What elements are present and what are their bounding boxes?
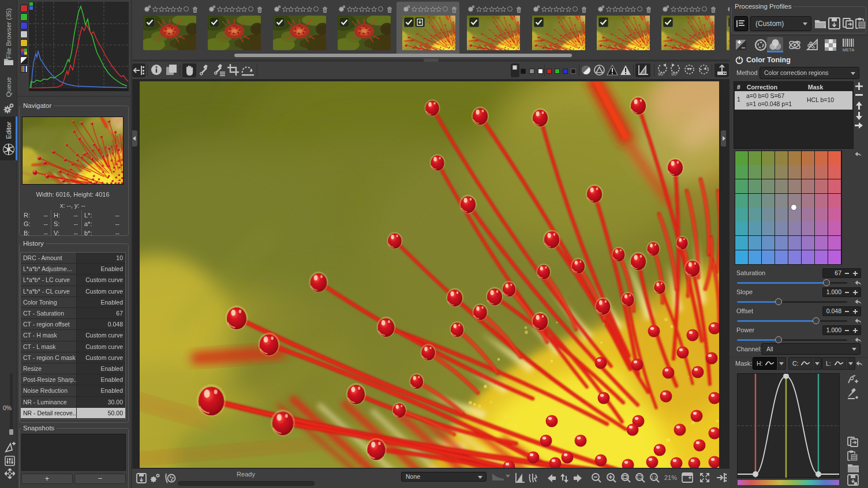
- svg-text:1:1: 1:1: [651, 475, 656, 479]
- svg-text:META: META: [843, 47, 854, 52]
